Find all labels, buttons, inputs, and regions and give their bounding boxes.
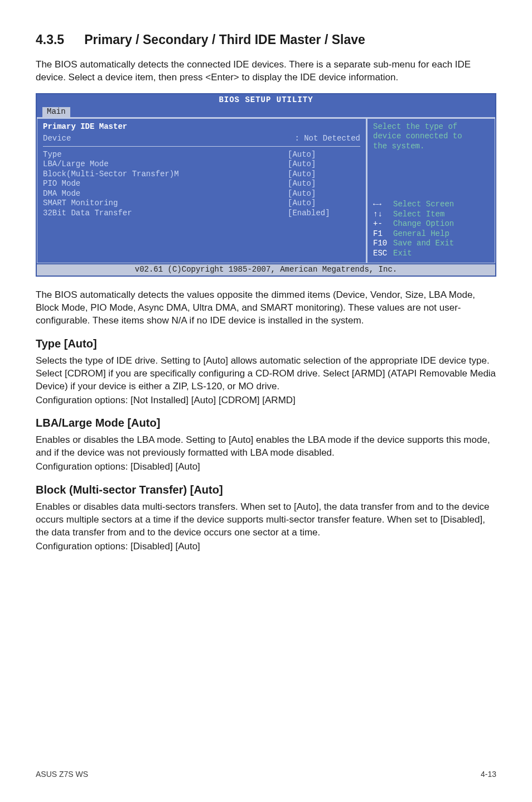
- bios-setting-row: Block(Multi-Sector Transfer)M [Auto]: [43, 170, 360, 180]
- esc-key-icon: ESC: [373, 249, 393, 259]
- bios-setting-row: LBA/Large Mode [Auto]: [43, 160, 360, 170]
- lba-heading: LBA/Large Mode [Auto]: [36, 416, 496, 431]
- section-title: 4.3.5 Primary / Secondary / Third IDE Ma…: [36, 31, 496, 49]
- bios-device-row: Device : Not Detected: [43, 134, 360, 144]
- bios-key-line: ↑↓ Select Item: [373, 210, 489, 220]
- page-footer: ASUS Z7S WS 4-13: [36, 769, 496, 780]
- bios-setting-value: [Auto]: [288, 150, 360, 160]
- bios-setting-row: SMART Monitoring [Auto]: [43, 199, 360, 209]
- bios-help-text: the system.: [373, 142, 489, 152]
- block-options: Configuration options: [Disabled] [Auto]: [36, 540, 496, 553]
- section-heading: Primary / Secondary / Third IDE Master /…: [84, 31, 365, 49]
- bios-left-panel: Primary IDE Master Device : Not Detected…: [37, 118, 367, 264]
- bios-key-line: ESC Exit: [373, 249, 489, 259]
- bios-setting-label: LBA/Large Mode: [43, 160, 288, 170]
- bios-help-text: device connected to: [373, 132, 489, 142]
- bios-setting-value: [Auto]: [288, 170, 360, 180]
- bios-setting-row: PIO Mode [Auto]: [43, 179, 360, 189]
- bios-key-text: Exit: [393, 249, 412, 259]
- bios-setting-row: DMA Mode [Auto]: [43, 189, 360, 199]
- bios-setting-label: Type: [43, 150, 288, 160]
- bios-utility-title: BIOS SETUP UTILITY: [37, 94, 495, 108]
- arrow-up-down-icon: ↑↓: [373, 210, 393, 220]
- bios-device-value: : Not Detected: [294, 134, 360, 144]
- bios-key-line: F10 Save and Exit: [373, 239, 489, 249]
- bios-setting-label: 32Bit Data Transfer: [43, 209, 288, 219]
- bios-body: Primary IDE Master Device : Not Detected…: [37, 117, 495, 265]
- bios-help-text: Select the type of: [373, 122, 489, 132]
- bios-key-text: General Help: [393, 229, 449, 239]
- section-number: 4.3.5: [36, 31, 64, 49]
- bios-panel-title: Primary IDE Master: [43, 122, 360, 134]
- bios-setting-row: Type [Auto]: [43, 150, 360, 160]
- bios-setting-value: [Auto]: [288, 189, 360, 199]
- bios-setting-value: [Auto]: [288, 160, 360, 170]
- bios-setting-value: [Auto]: [288, 199, 360, 209]
- bios-key-line: +- Change Option: [373, 219, 489, 229]
- bios-device-label: Device: [43, 134, 294, 144]
- type-options: Configuration options: [Not Installed] […: [36, 394, 496, 407]
- bios-key-text: Change Option: [393, 219, 454, 229]
- bios-setting-value: [Auto]: [288, 179, 360, 189]
- intro-paragraph: The BIOS automatically detects the conne…: [36, 59, 496, 84]
- footer-left: ASUS Z7S WS: [36, 769, 88, 780]
- bios-key-line: ←→ Select Screen: [373, 200, 489, 210]
- bios-setting-value: [Enabled]: [288, 209, 360, 219]
- lba-options: Configuration options: [Disabled] [Auto]: [36, 461, 496, 474]
- type-heading: Type [Auto]: [36, 336, 496, 351]
- type-body: Selects the type of IDE drive. Setting t…: [36, 355, 496, 393]
- plus-minus-icon: +-: [373, 219, 393, 229]
- lba-body: Enables or disables the LBA mode. Settin…: [36, 434, 496, 460]
- bios-key-text: Select Item: [393, 210, 444, 220]
- arrow-left-right-icon: ←→: [373, 200, 393, 210]
- footer-right: 4-13: [481, 769, 496, 780]
- block-body: Enables or disables data multi-sectors t…: [36, 501, 496, 539]
- block-heading: Block (Multi-sector Transfer) [Auto]: [36, 482, 496, 497]
- after-bios-paragraph: The BIOS automatically detects the value…: [36, 289, 496, 327]
- bios-key-line: F1 General Help: [373, 229, 489, 239]
- bios-screenshot: BIOS SETUP UTILITY Main Primary IDE Mast…: [36, 93, 496, 277]
- bios-setting-label: DMA Mode: [43, 189, 288, 199]
- bios-tab-row: Main: [37, 107, 495, 117]
- f1-key-icon: F1: [373, 229, 393, 239]
- bios-key-text: Select Screen: [393, 200, 454, 210]
- bios-setting-label: PIO Mode: [43, 179, 288, 189]
- bios-setting-label: SMART Monitoring: [43, 199, 288, 209]
- bios-setting-label: Block(Multi-Sector Transfer)M: [43, 170, 288, 180]
- bios-tab-main: Main: [42, 107, 70, 117]
- bios-footer: v02.61 (C)Copyright 1985-2007, American …: [37, 264, 495, 276]
- bios-divider: [43, 146, 360, 147]
- bios-key-text: Save and Exit: [393, 239, 454, 249]
- bios-key-help: ←→ Select Screen ↑↓ Select Item +- Chang…: [373, 200, 489, 258]
- bios-setting-row: 32Bit Data Transfer [Enabled]: [43, 209, 360, 219]
- f10-key-icon: F10: [373, 239, 393, 249]
- bios-help-panel: Select the type of device connected to t…: [367, 118, 495, 264]
